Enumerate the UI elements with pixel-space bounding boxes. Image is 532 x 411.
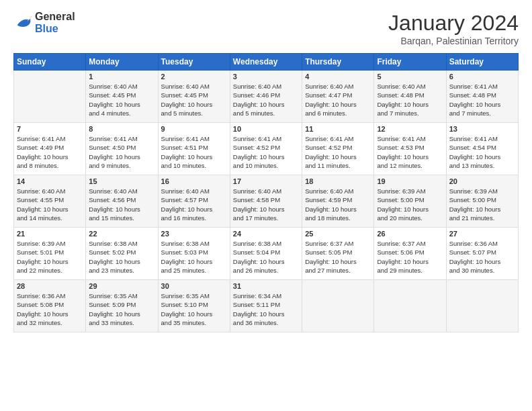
day-info-line: Daylight: 10 hours (449, 100, 515, 109)
calendar-cell (302, 280, 374, 332)
col-header-tuesday: Tuesday (158, 54, 230, 71)
day-info-line: Sunrise: 6:36 AM (17, 291, 83, 300)
col-header-monday: Monday (86, 54, 158, 71)
day-info-line: and 26 minutes. (233, 266, 299, 275)
calendar-cell: 17Sunrise: 6:40 AMSunset: 4:58 PMDayligh… (230, 175, 302, 228)
day-info-line: Sunrise: 6:41 AM (377, 134, 443, 143)
day-number: 29 (89, 282, 154, 290)
day-info-line: Sunset: 4:45 PM (161, 91, 227, 99)
day-info-line: Sunrise: 6:40 AM (233, 187, 299, 195)
day-number: 19 (377, 177, 443, 185)
calendar-cell: 6Sunrise: 6:41 AMSunset: 4:48 PMDaylight… (446, 71, 518, 123)
day-info-line: Sunset: 4:55 PM (17, 195, 83, 204)
calendar-cell (14, 71, 86, 123)
day-info-line: and 7 minutes. (377, 109, 443, 118)
calendar-cell: 5Sunrise: 6:40 AMSunset: 4:48 PMDaylight… (374, 71, 446, 123)
day-info-line: Sunrise: 6:40 AM (161, 187, 227, 195)
day-info-line: Sunset: 5:02 PM (89, 248, 154, 257)
header-row: SundayMondayTuesdayWednesdayThursdayFrid… (14, 54, 519, 71)
day-info-line: Sunrise: 6:34 AM (233, 291, 299, 300)
week-row-5: 28Sunrise: 6:36 AMSunset: 5:08 PMDayligh… (14, 280, 519, 332)
day-info-line: Sunset: 4:48 PM (377, 91, 443, 99)
calendar-cell: 10Sunrise: 6:41 AMSunset: 4:52 PMDayligh… (230, 123, 302, 175)
logo-icon (13, 15, 32, 30)
day-info-line: Sunset: 5:05 PM (305, 248, 371, 257)
day-info-line: Sunrise: 6:40 AM (233, 82, 299, 91)
day-info-line: and 15 minutes. (89, 214, 154, 222)
logo-text: General Blue (35, 11, 75, 35)
day-info-line: Sunset: 4:56 PM (89, 195, 154, 204)
day-info-line: Daylight: 10 hours (17, 310, 83, 318)
day-number: 22 (89, 230, 154, 238)
day-number: 31 (233, 282, 299, 290)
logo-blue: Blue (35, 23, 58, 34)
day-info-line: Sunrise: 6:39 AM (377, 187, 443, 195)
day-info-line: and 21 minutes. (449, 214, 515, 222)
calendar-cell: 7Sunrise: 6:41 AMSunset: 4:49 PMDaylight… (14, 123, 86, 175)
day-number: 23 (161, 230, 227, 238)
day-info-line: and 22 minutes. (17, 266, 83, 275)
day-info-line: and 12 minutes. (377, 161, 443, 170)
day-info-line: Sunset: 5:04 PM (233, 248, 299, 257)
calendar-cell: 13Sunrise: 6:41 AMSunset: 4:54 PMDayligh… (446, 123, 518, 175)
day-info-line: and 11 minutes. (305, 161, 371, 170)
week-row-2: 7Sunrise: 6:41 AMSunset: 4:49 PMDaylight… (14, 123, 519, 175)
calendar-cell: 31Sunrise: 6:34 AMSunset: 5:11 PMDayligh… (230, 280, 302, 332)
day-info-line: Sunset: 5:11 PM (233, 300, 299, 309)
subtitle: Barqan, Palestinian Territory (388, 36, 519, 46)
day-info-line: Sunrise: 6:37 AM (305, 239, 371, 248)
day-info-line: Daylight: 10 hours (161, 257, 227, 266)
day-info-line: and 35 minutes. (161, 318, 227, 327)
header: General Blue January 2024 Barqan, Palest… (13, 11, 519, 46)
day-number: 26 (377, 230, 443, 238)
day-info-line: and 13 minutes. (449, 161, 515, 170)
calendar-cell: 1Sunrise: 6:40 AMSunset: 4:45 PMDaylight… (86, 71, 158, 123)
day-info-line: and 30 minutes. (449, 266, 515, 275)
calendar-cell: 28Sunrise: 6:36 AMSunset: 5:08 PMDayligh… (14, 280, 86, 332)
day-info-line: Sunrise: 6:40 AM (17, 187, 83, 195)
day-number: 8 (89, 125, 154, 133)
day-number: 15 (89, 177, 154, 185)
calendar-cell: 21Sunrise: 6:39 AMSunset: 5:01 PMDayligh… (14, 228, 86, 280)
day-info-line: Sunset: 4:57 PM (161, 195, 227, 204)
day-info-line: Sunset: 4:48 PM (449, 91, 515, 99)
day-info-line: and 32 minutes. (17, 318, 83, 327)
calendar-cell: 16Sunrise: 6:40 AMSunset: 4:57 PMDayligh… (158, 175, 230, 228)
day-info-line: and 7 minutes. (449, 109, 515, 118)
calendar-cell (446, 280, 518, 332)
day-info-line: Sunrise: 6:38 AM (161, 239, 227, 248)
calendar-cell: 27Sunrise: 6:36 AMSunset: 5:07 PMDayligh… (446, 228, 518, 280)
calendar-cell: 8Sunrise: 6:41 AMSunset: 4:50 PMDaylight… (86, 123, 158, 175)
day-info-line: and 8 minutes. (17, 161, 83, 170)
day-info-line: Daylight: 10 hours (161, 205, 227, 214)
day-info-line: Sunrise: 6:38 AM (89, 239, 154, 248)
day-info-line: Sunrise: 6:40 AM (89, 187, 154, 195)
day-number: 6 (449, 73, 515, 81)
day-info-line: Daylight: 10 hours (89, 100, 154, 109)
day-info-line: and 5 minutes. (233, 109, 299, 118)
day-info-line: Daylight: 10 hours (89, 152, 154, 161)
day-info-line: Daylight: 10 hours (233, 152, 299, 161)
day-info-line: Daylight: 10 hours (449, 257, 515, 266)
day-info-line: Daylight: 10 hours (161, 310, 227, 318)
day-info-line: Sunrise: 6:41 AM (17, 134, 83, 143)
day-info-line: Sunset: 4:52 PM (233, 143, 299, 152)
day-info-line: Sunrise: 6:41 AM (233, 134, 299, 143)
day-info-line: and 9 minutes. (89, 161, 154, 170)
day-number: 9 (161, 125, 227, 133)
day-info-line: Sunset: 5:08 PM (17, 300, 83, 309)
day-info-line: Sunrise: 6:40 AM (89, 82, 154, 91)
day-number: 3 (233, 73, 299, 81)
day-number: 27 (449, 230, 515, 238)
day-info-line: and 17 minutes. (233, 214, 299, 222)
day-info-line: and 20 minutes. (377, 214, 443, 222)
day-info-line: Sunset: 5:00 PM (449, 195, 515, 204)
day-info-line: Sunrise: 6:35 AM (161, 291, 227, 300)
day-info-line: Daylight: 10 hours (233, 257, 299, 266)
day-info-line: Daylight: 10 hours (377, 257, 443, 266)
day-number: 10 (233, 125, 299, 133)
calendar-cell: 24Sunrise: 6:38 AMSunset: 5:04 PMDayligh… (230, 228, 302, 280)
calendar-cell: 12Sunrise: 6:41 AMSunset: 4:53 PMDayligh… (374, 123, 446, 175)
calendar-cell: 11Sunrise: 6:41 AMSunset: 4:52 PMDayligh… (302, 123, 374, 175)
day-info-line: Daylight: 10 hours (89, 310, 154, 318)
